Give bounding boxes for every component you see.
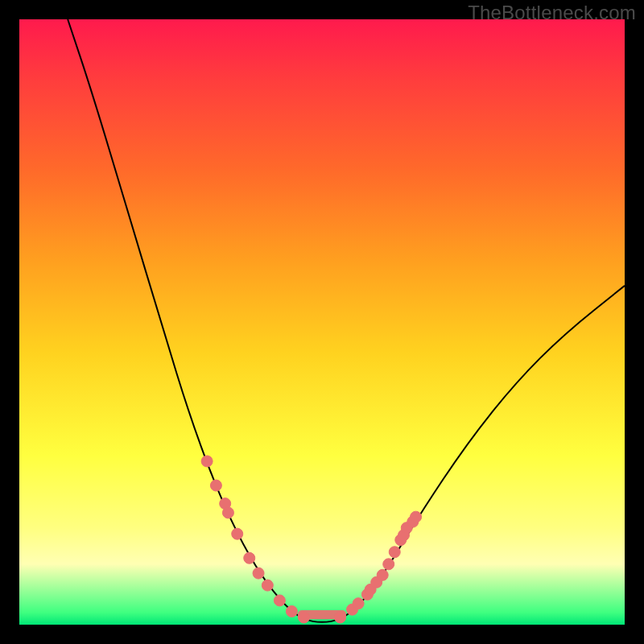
data-point (210, 480, 221, 491)
bottleneck-curve-plot (19, 19, 625, 625)
watermark-text: TheBottleneck.com (468, 2, 636, 24)
chart-frame (19, 19, 625, 625)
bottleneck-curve (68, 19, 625, 622)
data-point (244, 552, 255, 564)
data-point (262, 580, 273, 591)
data-point (201, 456, 213, 467)
data-point (253, 568, 264, 579)
data-point (353, 598, 364, 609)
data-point (222, 507, 233, 518)
data-point (335, 612, 346, 623)
data-point (232, 528, 243, 539)
data-point (298, 612, 309, 623)
data-point (377, 569, 388, 580)
data-point (389, 547, 400, 558)
data-point (274, 595, 285, 606)
data-point (411, 511, 422, 522)
data-point (286, 605, 297, 617)
data-points-group (201, 456, 421, 623)
data-point (383, 559, 394, 570)
